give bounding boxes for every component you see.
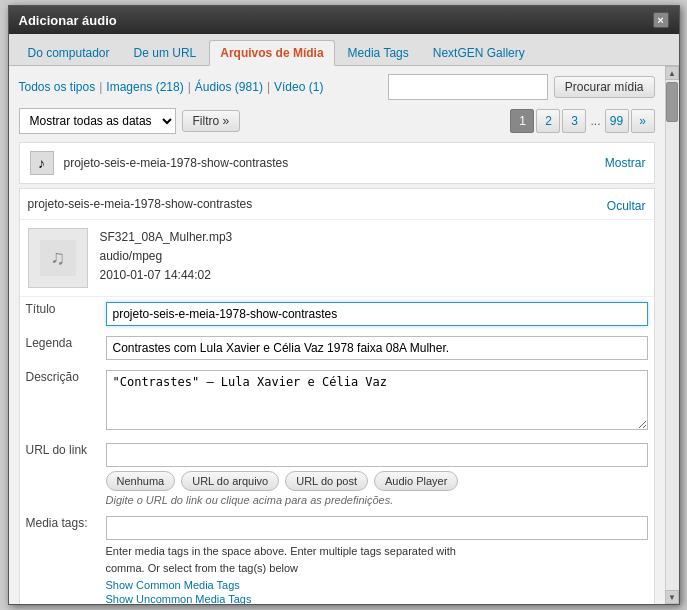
url-btn-none[interactable]: Nenhuma [106,471,176,491]
tab-computer[interactable]: Do computador [17,40,121,65]
media-type: audio/mpeg [100,247,233,266]
date-filter-row: Mostrar todas as datas Filtro » 1 2 3 ..… [19,108,655,134]
media-filename: SF321_08A_Mulher.mp3 [100,228,233,247]
scrollbar: ▲ ▼ [665,66,679,604]
type-filter: Todos os tipos | Imagens (218) | Áudios … [19,80,324,94]
pagination: 1 2 3 ... 99 » [510,109,654,133]
tab-url[interactable]: De um URL [123,40,208,65]
page-2-btn[interactable]: 2 [536,109,560,133]
media-tags-label: Media tags: [20,511,100,604]
tab-media-tags[interactable]: Media Tags [337,40,420,65]
media-tags-hint: Enter media tags in the space above. Ent… [106,543,648,576]
desc-row: Descrição "Contrastes" – Lula Xavier e C… [20,365,654,438]
media-tags-hint1: Enter media tags in the space above. Ent… [106,545,456,557]
video-link[interactable]: Vídeo (1) [274,80,323,94]
main-content: Todos os tipos | Imagens (218) | Áudios … [9,66,665,604]
media-item-2: projeto-seis-e-meia-1978-show-contrastes… [19,188,655,604]
title-cell [100,297,654,331]
media-tags-hint2: comma. Or select from the tag(s) below [106,562,299,574]
desc-textarea[interactable]: "Contrastes" – Lula Xavier e Célia Vaz [106,370,648,430]
search-input[interactable] [388,74,548,100]
url-input[interactable] [106,443,648,467]
title-row: Título [20,297,654,331]
media-form: Título Legenda Descrição [20,297,654,604]
dialog-titlebar: Adicionar áudio × [9,6,679,34]
url-btn-file[interactable]: URL do arquivo [181,471,279,491]
media-tags-input[interactable] [106,516,648,540]
page-99-btn[interactable]: 99 [605,109,629,133]
url-btn-audio-player[interactable]: Audio Player [374,471,458,491]
dialog: Adicionar áudio × Do computador De um UR… [8,5,680,605]
url-row: URL do link Nenhuma URL do arquivo URL d… [20,438,654,511]
url-label: URL do link [20,438,100,511]
media-date: 2010-01-07 14:44:02 [100,266,233,285]
dialog-title: Adicionar áudio [19,13,117,28]
close-button[interactable]: × [653,12,669,28]
scrollbar-thumb[interactable] [666,82,678,122]
show-common-tags-link[interactable]: Show Common Media Tags [106,579,240,591]
audio-icon-1: ♪ [28,149,56,177]
media-item-2-header: projeto-seis-e-meia-1978-show-contrastes… [20,189,654,220]
tab-bar: Do computador De um URL Arquivos de Mídi… [9,34,679,66]
media-tags-row: Media tags: Enter media tags in the spac… [20,511,654,604]
audio-thumbnail: ♫ [28,228,88,288]
url-buttons: Nenhuma URL do arquivo URL do post Audio… [106,471,648,491]
media-detail-section: ♫ SF321_08A_Mulher.mp3 audio/mpeg 2010-0… [20,220,654,297]
media-meta: SF321_08A_Mulher.mp3 audio/mpeg 2010-01-… [100,228,233,288]
sep3: | [267,80,270,94]
desc-cell: "Contrastes" – Lula Xavier e Célia Vaz [100,365,654,438]
show-link-1[interactable]: Mostrar [605,156,646,170]
page-dots: ... [588,114,602,128]
desc-label: Descrição [20,365,100,438]
url-btn-post[interactable]: URL do post [285,471,368,491]
tab-nextgen[interactable]: NextGEN Gallery [422,40,536,65]
page-3-btn[interactable]: 3 [562,109,586,133]
caption-cell [100,331,654,365]
all-types-link[interactable]: Todos os tipos [19,80,96,94]
page-next-btn[interactable]: » [631,109,655,133]
media-item-1: ♪ projeto-seis-e-meia-1978-show-contrast… [19,142,655,184]
filter-button[interactable]: Filtro » [182,110,241,132]
svg-text:♫: ♫ [50,246,65,268]
title-input[interactable] [106,302,648,326]
scrollbar-down-btn[interactable]: ▼ [665,590,679,604]
url-hint: Digite o URL do link ou clique acima par… [106,494,648,506]
media-item-1-name: projeto-seis-e-meia-1978-show-contrastes [64,156,597,170]
hide-link[interactable]: Ocultar [607,195,646,213]
scrollbar-track-area [666,80,679,590]
images-link[interactable]: Imagens (218) [106,80,183,94]
caption-label: Legenda [20,331,100,365]
sep1: | [99,80,102,94]
music-note-icon: ♪ [30,151,54,175]
date-filter-select[interactable]: Mostrar todas as datas [19,108,176,134]
title-label: Título [20,297,100,331]
search-controls: Procurar mídia [388,74,655,100]
media-tags-links: Show Common Media Tags Show Uncommon Med… [106,578,648,604]
media-tags-cell: Enter media tags in the space above. Ent… [100,511,654,604]
dialog-body: Todos os tipos | Imagens (218) | Áudios … [9,66,679,604]
media-item-1-header: ♪ projeto-seis-e-meia-1978-show-contrast… [20,143,654,183]
sep2: | [188,80,191,94]
tab-media-files[interactable]: Arquivos de Mídia [209,40,334,66]
search-row: Todos os tipos | Imagens (218) | Áudios … [19,74,655,100]
caption-row: Legenda [20,331,654,365]
show-uncommon-tags-link[interactable]: Show Uncommon Media Tags [106,593,252,604]
scrollbar-up-btn[interactable]: ▲ [665,66,679,80]
page-1-btn[interactable]: 1 [510,109,534,133]
audio-thumb-svg: ♫ [40,240,76,276]
search-button[interactable]: Procurar mídia [554,76,655,98]
audios-link[interactable]: Áudios (981) [195,80,263,94]
url-cell: Nenhuma URL do arquivo URL do post Audio… [100,438,654,511]
caption-input[interactable] [106,336,648,360]
media-item-2-name: projeto-seis-e-meia-1978-show-contrastes [28,197,607,211]
